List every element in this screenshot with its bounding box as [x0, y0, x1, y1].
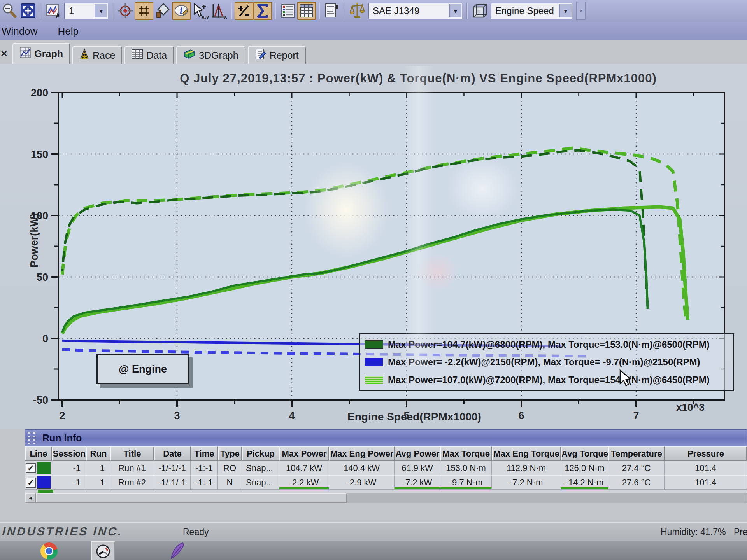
table-cell: -2.2 kW [279, 475, 329, 490]
column-header-max-torque[interactable]: Max Torque [440, 446, 492, 461]
toolbar-separator [319, 3, 320, 19]
toolbar-separator [112, 3, 113, 19]
menu-window[interactable]: Window [2, 25, 37, 37]
tab-data[interactable]: Data [124, 46, 174, 64]
chevron-down-icon[interactable]: ▼ [559, 4, 572, 18]
table-cell: -14.2 N·m [561, 475, 608, 490]
scroll-left-button[interactable]: ◄ [25, 493, 36, 503]
run-table-header: LineSessionRunTitleDateTimeTypePickupMax… [25, 446, 747, 461]
drag-grip-icon[interactable] [28, 432, 30, 444]
column-header-line[interactable]: Line [25, 446, 52, 461]
tab-report[interactable]: Report [248, 46, 306, 64]
status-pressure-partial: Pre [734, 527, 747, 537]
column-header-avg-torque[interactable]: Avg Torque [561, 446, 608, 461]
svg-text:#: # [56, 12, 60, 19]
menu-help[interactable]: Help [58, 25, 78, 37]
horizontal-scrollbar[interactable]: ◄ [25, 493, 747, 503]
column-header-temperature[interactable]: Temperature [608, 446, 665, 461]
pointer-xy-button[interactable]: x,y [191, 2, 209, 20]
table-row[interactable]: ✓-11Run #1-1/-1/-1-1:-1ROSnap...104.7 kW… [25, 461, 747, 475]
line-visible-checkbox[interactable]: ✓ [26, 478, 36, 488]
table-cell: 1 [86, 461, 110, 475]
d3-tab-icon [183, 49, 196, 62]
column-header-title[interactable]: Title [110, 446, 154, 461]
axis-peak-button[interactable]: x [209, 2, 228, 20]
crosshair-button[interactable] [116, 2, 135, 20]
column-header-avg-power[interactable]: Avg Power [395, 446, 440, 461]
dyno-app-taskbar-button[interactable] [91, 541, 115, 560]
legend-row: Max Power=104.7(kW)@6800(RPM), Max Torqu… [360, 339, 733, 350]
table-cell: Snap... [242, 461, 279, 475]
sum-button[interactable] [253, 2, 272, 20]
table-cell: 126.0 N·m [561, 461, 608, 475]
info-button[interactable]: i [172, 2, 191, 20]
report-notes-button[interactable] [323, 2, 341, 20]
tab-label: 3DGraph [199, 50, 238, 61]
status-ready: Ready [183, 527, 209, 537]
legend-text: Max Power=107.0(kW)@7200(RPM), Max Torqu… [388, 374, 710, 385]
run-info-titlebar[interactable]: Run Info [25, 429, 747, 446]
column-header-type[interactable]: Type [218, 446, 242, 461]
run-number-combo[interactable]: 1 ▼ [64, 3, 108, 19]
column-header-run[interactable]: Run [86, 446, 110, 461]
run-info-title: Run Info [42, 432, 82, 444]
engine-annotation-box[interactable]: @ Engine [96, 354, 189, 384]
info-icon: i [174, 3, 189, 19]
channel-list-icon [280, 3, 296, 19]
axis-peak-icon: x [210, 2, 227, 19]
toolbar-overflow-button[interactable]: » [576, 2, 586, 20]
tab-race[interactable]: Race [72, 46, 122, 64]
zoom-out-button[interactable] [0, 2, 19, 20]
table-cell: 27.4 °C [608, 461, 665, 475]
column-header-time[interactable]: Time [191, 446, 218, 461]
column-header-pressure[interactable]: Pressure [665, 446, 747, 461]
line-cell: ✓ [25, 461, 52, 475]
pan-button[interactable] [19, 2, 37, 20]
correction-standard-combo[interactable]: SAE J1349 ▼ [368, 3, 462, 19]
grid-toggle-button[interactable] [135, 2, 153, 20]
data-table-button[interactable] [297, 2, 316, 20]
chevron-down-icon[interactable]: ▼ [449, 4, 461, 18]
pour-button[interactable] [153, 2, 172, 20]
x-axis-channel-button[interactable] [470, 2, 489, 20]
table-row[interactable]: ✓-11Run #2-1/-1/-1-1:-1NSnap...-2.2 kW-2… [25, 475, 747, 490]
column-header-max-eng-power[interactable]: Max Eng Power [329, 446, 395, 461]
correction-standard-button[interactable] [348, 2, 366, 20]
legend-swatch [365, 340, 383, 349]
line-visible-checkbox[interactable]: ✓ [26, 463, 36, 473]
line-color-swatch [37, 476, 51, 489]
tab-graph[interactable]: Graph [12, 43, 70, 64]
correction-standard-value: SAE J1349 [369, 5, 449, 16]
table-cell: 112.9 N·m [492, 461, 561, 475]
legend-text: Max Power= -2.2(kW)@2150(RPM), Max Torqu… [388, 357, 700, 368]
x-axis-channel-combo[interactable]: Engine Speed ▼ [491, 3, 572, 19]
channel-list-button[interactable] [279, 2, 297, 20]
race-tab-icon [79, 48, 89, 62]
feather-icon[interactable] [167, 541, 186, 560]
run-info-panel: Run Info LineSessionRunTitleDateTimeType… [0, 429, 747, 522]
svg-text:i: i [180, 5, 182, 16]
column-header-max-power[interactable]: Max Power [279, 446, 329, 461]
drag-grip-icon[interactable] [33, 432, 35, 444]
x-axis-exponent: x10^3 [676, 401, 705, 413]
scrollbar-thumb[interactable] [36, 493, 347, 503]
column-header-session[interactable]: Session [52, 446, 86, 461]
industries-inc-logo: INDUSTRIES INC. [1, 525, 125, 538]
chevron-down-icon[interactable]: ▼ [95, 4, 107, 18]
tab-bar: × GraphRaceData3DGraphReport [0, 40, 747, 64]
column-header-max-eng-torque[interactable]: Max Eng Torque [492, 446, 561, 461]
run-number-value: 1 [65, 5, 95, 16]
tab-3dgraph[interactable]: 3DGraph [176, 46, 245, 64]
column-header-date[interactable]: Date [154, 446, 191, 461]
graph-number-button[interactable]: # [44, 2, 63, 20]
x-axis-channel-value: Engine Speed [491, 5, 559, 16]
line-cell: ✓ [25, 475, 52, 490]
close-pane-button[interactable]: × [1, 47, 7, 60]
column-header-pickup[interactable]: Pickup [242, 446, 279, 461]
table-cell: -1/-1/-1 [154, 461, 191, 475]
plus-minus-button[interactable] [235, 2, 253, 20]
chrome-icon[interactable] [40, 542, 58, 560]
cube-icon [471, 2, 488, 19]
table-cell: -1 [52, 461, 86, 475]
table-cell: 140.4 kW [329, 461, 395, 475]
